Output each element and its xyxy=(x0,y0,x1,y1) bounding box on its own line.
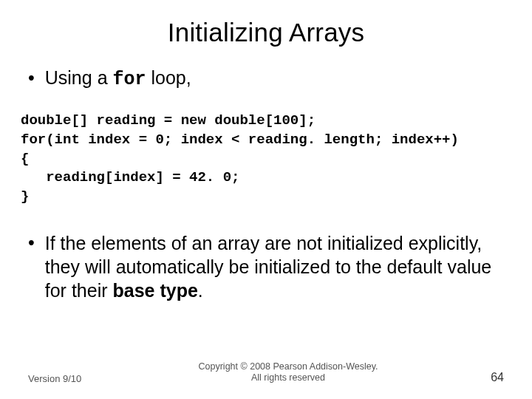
bullet-1-suffix: loop, xyxy=(146,67,191,88)
code-line-4: reading[index] = 42. 0; xyxy=(21,169,239,185)
code-block: double[] reading = new double[100]; for(… xyxy=(21,112,511,206)
footer-copyright: Copyright © 2008 Pearson Addison-Wesley.… xyxy=(117,361,460,384)
bullet-2-bold: base type xyxy=(112,280,197,301)
footer-version: Version 9/10 xyxy=(28,373,117,384)
bullet-dot-icon: • xyxy=(28,69,35,87)
bullet-2-text: If the elements of an array are not init… xyxy=(45,231,507,302)
slide-title: Initializing Arrays xyxy=(21,18,511,47)
footer-copyright-line2: All rights reserved xyxy=(251,372,325,383)
footer-page-number: 64 xyxy=(460,371,504,384)
bullet-1-code: for xyxy=(112,69,146,90)
bullet-1: • Using a for loop, xyxy=(28,66,511,91)
bullet-dot-icon: • xyxy=(28,231,35,254)
code-line-5: } xyxy=(21,188,29,205)
code-line-2: for(int index = 0; index < reading. leng… xyxy=(21,132,459,148)
bullet-1-text: Using a for loop, xyxy=(45,66,191,91)
code-line-1: double[] reading = new double[100]; xyxy=(21,112,316,129)
footer-copyright-line1: Copyright © 2008 Pearson Addison-Wesley. xyxy=(199,361,378,372)
bullet-1-prefix: Using a xyxy=(45,67,113,88)
code-line-3: { xyxy=(21,151,29,167)
bullet-2-part2: . xyxy=(198,280,203,301)
slide-footer: Version 9/10 Copyright © 2008 Pearson Ad… xyxy=(0,361,532,384)
slide: Initializing Arrays • Using a for loop, … xyxy=(0,0,532,399)
bullet-2: • If the elements of an array are not in… xyxy=(28,231,507,302)
